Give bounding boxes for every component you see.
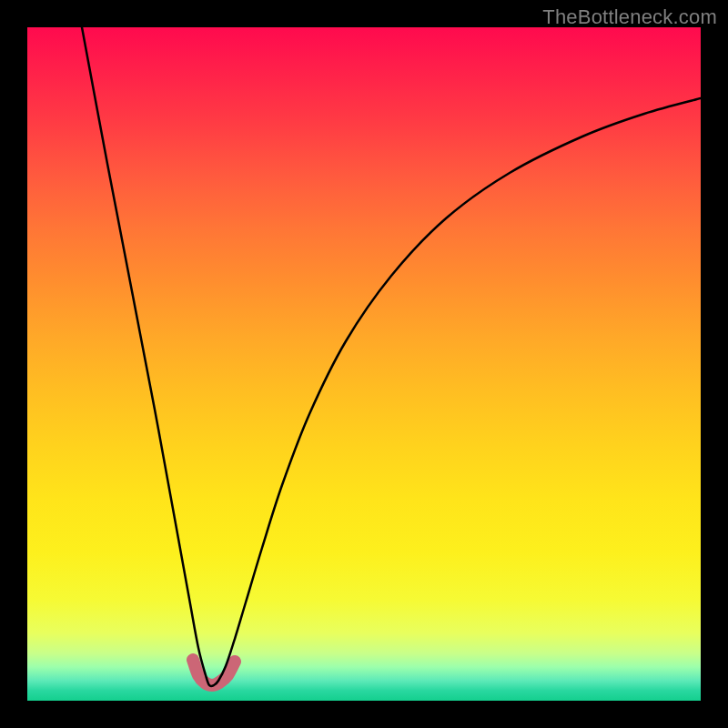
bottleneck-curve-highlight (193, 660, 235, 685)
watermark-text: TheBottleneck.com (542, 5, 717, 29)
bottleneck-curve-line (82, 27, 701, 686)
plot-frame (27, 27, 701, 701)
bottleneck-curve-svg (27, 27, 701, 701)
